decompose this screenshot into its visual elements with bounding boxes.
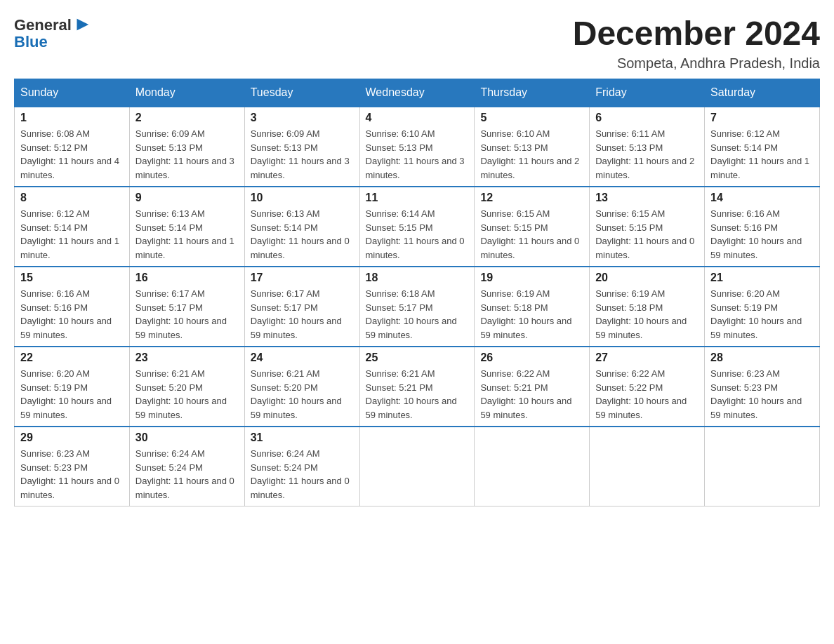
day-info: Sunrise: 6:17 AM Sunset: 5:17 PM Dayligh… (251, 287, 354, 342)
day-number: 12 (480, 192, 583, 204)
calendar-day-8: 8 Sunrise: 6:12 AM Sunset: 5:14 PM Dayli… (15, 187, 130, 267)
calendar-day-4: 4 Sunrise: 6:10 AM Sunset: 5:13 PM Dayli… (359, 107, 475, 187)
day-info: Sunrise: 6:21 AM Sunset: 5:20 PM Dayligh… (251, 367, 354, 422)
calendar-day-19: 19 Sunrise: 6:19 AM Sunset: 5:18 PM Dayl… (475, 267, 590, 347)
day-info: Sunrise: 6:13 AM Sunset: 5:14 PM Dayligh… (251, 207, 354, 262)
day-info: Sunrise: 6:14 AM Sunset: 5:15 PM Dayligh… (366, 207, 469, 262)
month-title: December 2024 (573, 14, 820, 53)
day-number: 28 (710, 351, 814, 364)
calendar-header-monday: Monday (129, 79, 244, 107)
day-info: Sunrise: 6:20 AM Sunset: 5:19 PM Dayligh… (20, 367, 124, 422)
calendar-day-7: 7 Sunrise: 6:12 AM Sunset: 5:14 PM Dayli… (705, 107, 820, 187)
day-info: Sunrise: 6:18 AM Sunset: 5:17 PM Dayligh… (366, 287, 469, 342)
day-number: 20 (595, 271, 699, 284)
calendar-header-saturday: Saturday (705, 79, 820, 107)
page-header: General► Blue December 2024 Sompeta, And… (14, 14, 820, 72)
calendar-week-row: 22 Sunrise: 6:20 AM Sunset: 5:19 PM Dayl… (15, 347, 820, 427)
calendar-day-30: 30 Sunrise: 6:24 AM Sunset: 5:24 PM Dayl… (129, 427, 244, 507)
calendar-day-21: 21 Sunrise: 6:20 AM Sunset: 5:19 PM Dayl… (705, 267, 820, 347)
day-number: 31 (251, 431, 354, 444)
day-number: 13 (595, 192, 699, 204)
title-area: December 2024 Sompeta, Andhra Pradesh, I… (573, 14, 820, 72)
calendar-empty-cell (475, 427, 590, 507)
calendar-day-22: 22 Sunrise: 6:20 AM Sunset: 5:19 PM Dayl… (15, 347, 130, 427)
day-info: Sunrise: 6:12 AM Sunset: 5:14 PM Dayligh… (710, 127, 814, 182)
day-number: 2 (135, 112, 239, 124)
calendar-day-23: 23 Sunrise: 6:21 AM Sunset: 5:20 PM Dayl… (129, 347, 244, 427)
day-info: Sunrise: 6:20 AM Sunset: 5:19 PM Dayligh… (710, 287, 814, 342)
logo: General► Blue (14, 14, 93, 51)
calendar-day-18: 18 Sunrise: 6:18 AM Sunset: 5:17 PM Dayl… (359, 267, 475, 347)
calendar-week-row: 1 Sunrise: 6:08 AM Sunset: 5:12 PM Dayli… (15, 107, 820, 187)
logo-icon: ► (73, 13, 93, 34)
day-info: Sunrise: 6:15 AM Sunset: 5:15 PM Dayligh… (595, 207, 699, 262)
calendar-empty-cell (590, 427, 705, 507)
calendar-day-1: 1 Sunrise: 6:08 AM Sunset: 5:12 PM Dayli… (15, 107, 130, 187)
day-info: Sunrise: 6:16 AM Sunset: 5:16 PM Dayligh… (710, 207, 814, 262)
day-number: 8 (20, 192, 124, 204)
day-number: 30 (135, 431, 239, 444)
day-number: 24 (251, 351, 354, 364)
calendar-day-13: 13 Sunrise: 6:15 AM Sunset: 5:15 PM Dayl… (590, 187, 705, 267)
day-number: 9 (135, 192, 239, 204)
calendar-day-31: 31 Sunrise: 6:24 AM Sunset: 5:24 PM Dayl… (244, 427, 359, 507)
calendar-day-15: 15 Sunrise: 6:16 AM Sunset: 5:16 PM Dayl… (15, 267, 130, 347)
day-info: Sunrise: 6:21 AM Sunset: 5:20 PM Dayligh… (135, 367, 239, 422)
day-info: Sunrise: 6:09 AM Sunset: 5:13 PM Dayligh… (251, 127, 354, 182)
day-number: 5 (480, 112, 583, 124)
day-info: Sunrise: 6:24 AM Sunset: 5:24 PM Dayligh… (251, 447, 354, 502)
day-number: 11 (366, 192, 469, 204)
calendar-day-9: 9 Sunrise: 6:13 AM Sunset: 5:14 PM Dayli… (129, 187, 244, 267)
day-info: Sunrise: 6:19 AM Sunset: 5:18 PM Dayligh… (480, 287, 583, 342)
day-info: Sunrise: 6:23 AM Sunset: 5:23 PM Dayligh… (710, 367, 814, 422)
day-number: 15 (20, 271, 124, 284)
calendar-day-11: 11 Sunrise: 6:14 AM Sunset: 5:15 PM Dayl… (359, 187, 475, 267)
day-number: 4 (366, 112, 469, 124)
calendar-day-2: 2 Sunrise: 6:09 AM Sunset: 5:13 PM Dayli… (129, 107, 244, 187)
calendar-week-row: 15 Sunrise: 6:16 AM Sunset: 5:16 PM Dayl… (15, 267, 820, 347)
day-number: 10 (251, 192, 354, 204)
day-number: 6 (595, 112, 699, 124)
day-number: 16 (135, 271, 239, 284)
calendar-header-tuesday: Tuesday (244, 79, 359, 107)
day-number: 22 (20, 351, 124, 364)
day-info: Sunrise: 6:19 AM Sunset: 5:18 PM Dayligh… (595, 287, 699, 342)
day-info: Sunrise: 6:10 AM Sunset: 5:13 PM Dayligh… (480, 127, 583, 182)
calendar-table: SundayMondayTuesdayWednesdayThursdayFrid… (14, 79, 820, 507)
day-info: Sunrise: 6:21 AM Sunset: 5:21 PM Dayligh… (366, 367, 469, 422)
day-info: Sunrise: 6:09 AM Sunset: 5:13 PM Dayligh… (135, 127, 239, 182)
calendar-day-10: 10 Sunrise: 6:13 AM Sunset: 5:14 PM Dayl… (244, 187, 359, 267)
day-info: Sunrise: 6:16 AM Sunset: 5:16 PM Dayligh… (20, 287, 124, 342)
calendar-header-friday: Friday (590, 79, 705, 107)
calendar-day-17: 17 Sunrise: 6:17 AM Sunset: 5:17 PM Dayl… (244, 267, 359, 347)
calendar-day-28: 28 Sunrise: 6:23 AM Sunset: 5:23 PM Dayl… (705, 347, 820, 427)
day-number: 25 (366, 351, 469, 364)
day-info: Sunrise: 6:10 AM Sunset: 5:13 PM Dayligh… (366, 127, 469, 182)
calendar-day-12: 12 Sunrise: 6:15 AM Sunset: 5:15 PM Dayl… (475, 187, 590, 267)
calendar-day-5: 5 Sunrise: 6:10 AM Sunset: 5:13 PM Dayli… (475, 107, 590, 187)
calendar-header-wednesday: Wednesday (359, 79, 475, 107)
calendar-day-26: 26 Sunrise: 6:22 AM Sunset: 5:21 PM Dayl… (475, 347, 590, 427)
day-number: 23 (135, 351, 239, 364)
location-title: Sompeta, Andhra Pradesh, India (573, 55, 820, 72)
day-info: Sunrise: 6:12 AM Sunset: 5:14 PM Dayligh… (20, 207, 124, 262)
calendar-empty-cell (359, 427, 475, 507)
logo-blue-text: Blue (14, 33, 48, 51)
day-number: 14 (710, 192, 814, 204)
day-number: 19 (480, 271, 583, 284)
day-number: 1 (20, 112, 124, 124)
calendar-day-24: 24 Sunrise: 6:21 AM Sunset: 5:20 PM Dayl… (244, 347, 359, 427)
calendar-header-row: SundayMondayTuesdayWednesdayThursdayFrid… (15, 79, 820, 107)
day-number: 21 (710, 271, 814, 284)
calendar-empty-cell (705, 427, 820, 507)
calendar-day-29: 29 Sunrise: 6:23 AM Sunset: 5:23 PM Dayl… (15, 427, 130, 507)
calendar-day-20: 20 Sunrise: 6:19 AM Sunset: 5:18 PM Dayl… (590, 267, 705, 347)
calendar-day-14: 14 Sunrise: 6:16 AM Sunset: 5:16 PM Dayl… (705, 187, 820, 267)
day-info: Sunrise: 6:08 AM Sunset: 5:12 PM Dayligh… (20, 127, 124, 182)
calendar-day-3: 3 Sunrise: 6:09 AM Sunset: 5:13 PM Dayli… (244, 107, 359, 187)
calendar-header-sunday: Sunday (15, 79, 130, 107)
logo-general-text: General (14, 16, 72, 34)
day-info: Sunrise: 6:23 AM Sunset: 5:23 PM Dayligh… (20, 447, 124, 502)
day-number: 7 (710, 112, 814, 124)
day-info: Sunrise: 6:15 AM Sunset: 5:15 PM Dayligh… (480, 207, 583, 262)
